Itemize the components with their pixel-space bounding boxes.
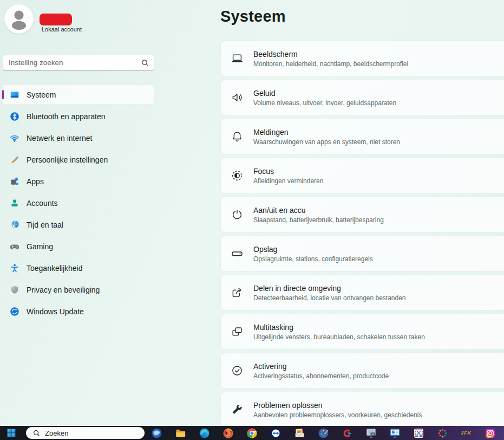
redacted-account-name (40, 14, 72, 25)
settings-search-input[interactable] (3, 55, 154, 70)
card-title: Beeldscherm (253, 50, 408, 59)
taskbar-search[interactable]: Zoeken (26, 427, 145, 439)
mail-icon (294, 428, 305, 439)
settings-search[interactable] (3, 55, 154, 70)
sidebar-item-label: Gaming (27, 242, 53, 251)
card-title: Meldingen (253, 128, 400, 137)
taskbar-app-edge[interactable] (192, 427, 216, 439)
card-subtitle: Afleidingen verminderen (253, 177, 323, 185)
card-activering[interactable]: Activering Activeringsstatus, abonnement… (220, 353, 504, 389)
taskbar-app-teamviewer[interactable] (264, 427, 287, 439)
nearby-share-icon (231, 286, 244, 299)
card-title: Delen in directe omgeving (253, 284, 406, 293)
sidebar-item-tijd-en-taal[interactable]: Tijd en taal (2, 215, 154, 235)
screenshot-tool-icon (365, 428, 377, 439)
taskbar-app-thunderbird[interactable] (145, 427, 168, 439)
sidebar-item-netwerk[interactable]: Netwerk en internet (2, 128, 154, 148)
power-icon (231, 208, 244, 221)
card-title: Opslag (253, 245, 373, 254)
sidebar-item-windows-update[interactable]: Windows Update (2, 301, 154, 321)
file-explorer-icon (175, 428, 186, 439)
taskbar-app-ccleaner[interactable] (335, 427, 359, 439)
card-problemen-oplossen[interactable]: Problemen oplossen Aanbevolen probleemop… (220, 392, 504, 428)
taskbar-app-snipping-tool[interactable] (407, 427, 430, 439)
multitasking-windows-icon (231, 325, 244, 338)
card-geluid[interactable]: Geluid Volume niveaus, uitvoer, invoer, … (220, 80, 504, 115)
taskbar-app-mail[interactable] (287, 427, 311, 439)
card-meldingen[interactable]: Meldingen Waarschuwingen van apps en sys… (220, 119, 504, 154)
taskbar: Zoeken (0, 426, 504, 440)
card-title: Aan/uit en accu (253, 206, 384, 215)
selected-indicator (2, 90, 4, 99)
card-subtitle: Volume niveaus, uitvoer, invoer, geluids… (253, 99, 396, 107)
avatar (4, 4, 34, 34)
accounts-person-icon (10, 198, 19, 208)
teamviewer-icon (270, 428, 282, 439)
card-title: Multitasking (253, 323, 425, 332)
card-focus[interactable]: Focus Afleidingen verminderen (220, 158, 504, 193)
storage-drive-icon (231, 247, 244, 260)
sidebar-item-persoonlijke-instellingen[interactable]: Persoonlijke instellingen (2, 150, 154, 170)
sidebar-item-gaming[interactable]: Gaming (2, 236, 154, 256)
snipping-tool-icon (413, 428, 424, 439)
thunderbird-icon (151, 428, 162, 439)
edge-icon (199, 428, 210, 439)
sidebar-item-label: Persoonlijke instellingen (27, 156, 108, 164)
bluetooth-icon (10, 112, 19, 121)
sidebar-item-label: Accounts (27, 199, 58, 208)
taskbar-app-file-explorer[interactable] (168, 427, 192, 439)
sidebar-item-apps[interactable]: Apps (2, 171, 154, 191)
ccleaner-icon (342, 428, 353, 439)
chrome-icon (246, 428, 258, 439)
card-subtitle: Activeringsstatus, abonnementen, product… (253, 372, 389, 380)
taskbar-search-label: Zoeken (45, 429, 68, 437)
windows-update-icon (10, 307, 19, 316)
card-beeldscherm[interactable]: Beeldscherm Monitoren, helderheid, nacht… (220, 41, 504, 76)
settings-cards: Beeldscherm Monitoren, helderheid, nacht… (220, 41, 504, 431)
start-button[interactable] (5, 427, 18, 439)
card-delen-in-directe-omgeving[interactable]: Delen in directe omgeving Detecteerbaarh… (220, 275, 504, 310)
taskbar-app-presentation[interactable] (383, 427, 407, 439)
taskbar-app-instagram[interactable] (478, 427, 502, 439)
card-opslag[interactable]: Opslag Opslagruimte, stations, configura… (220, 236, 504, 271)
paint-palette-icon (318, 428, 329, 439)
taskbar-app-color-wheel[interactable] (430, 427, 454, 439)
sidebar-item-label: Bluetooth en apparaten (27, 112, 106, 121)
card-subtitle: Uitgelijnde vensters, bureaubladen, scha… (253, 333, 425, 341)
account-type-label: Lokaal account (42, 26, 82, 33)
sidebar-item-accounts[interactable]: Accounts (2, 193, 154, 213)
network-icon (10, 133, 19, 143)
accessibility-icon (10, 263, 19, 273)
windows-start-icon (6, 428, 16, 438)
sidebar-item-bluetooth[interactable]: Bluetooth en apparaten (2, 106, 154, 126)
card-subtitle: Detecteerbaarheid, locatie van ontvangen… (253, 294, 406, 302)
sidebar-item-privacy[interactable]: Privacy en beveiliging (2, 280, 154, 300)
sidebar-item-systeem[interactable]: Systeem (2, 85, 154, 105)
taskbar-app-paint-palette[interactable] (311, 427, 335, 439)
jfk-icon: JFK (461, 430, 472, 436)
activation-check-icon (231, 364, 244, 377)
system-icon (10, 90, 19, 100)
search-icon (33, 430, 40, 437)
sidebar-item-label: Privacy en beveiliging (27, 286, 100, 294)
taskbar-app-chrome[interactable] (240, 427, 264, 439)
card-title: Activering (253, 362, 389, 371)
taskbar-app-screenshot-tool[interactable] (359, 427, 383, 439)
taskbar-app-jfk[interactable]: JFK (454, 427, 478, 439)
instagram-icon (485, 428, 496, 439)
card-multitasking[interactable]: Multitasking Uitgelijnde vensters, burea… (220, 314, 504, 350)
taskbar-app-firefox[interactable] (216, 427, 240, 439)
personalization-brush-icon (10, 155, 19, 165)
sidebar-item-label: Netwerk en internet (27, 134, 92, 143)
sidebar-item-label: Windows Update (27, 307, 84, 316)
sidebar-item-label: Tijd en taal (27, 221, 63, 229)
sidebar-item-label: Systeem (27, 90, 56, 99)
bell-icon (231, 130, 244, 143)
card-aan-uit-en-accu[interactable]: Aan/uit en accu Slaapstand, batterijverb… (220, 197, 504, 232)
card-title: Focus (253, 167, 323, 176)
sidebar-item-toegankelijkheid[interactable]: Toegankelijkheid (2, 258, 154, 278)
card-title: Geluid (253, 89, 396, 98)
wrench-icon (231, 403, 244, 416)
display-icon (231, 52, 244, 65)
card-subtitle: Aanbevolen probleemoplossers, voorkeuren… (253, 411, 422, 419)
